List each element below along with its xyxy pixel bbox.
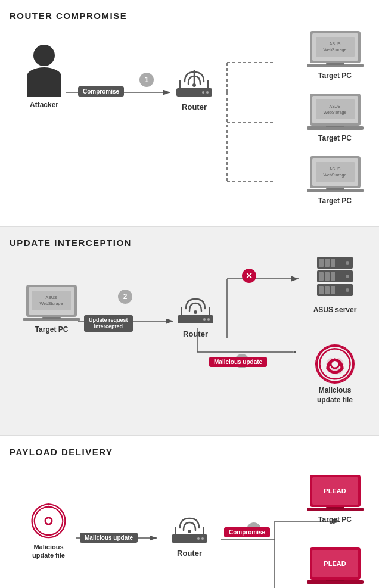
target-pc-label-1: Target PC [318, 71, 352, 80]
blocked-x-icon: ✕ [242, 269, 256, 283]
svg-text:WebStorage: WebStorage [323, 173, 346, 178]
attacker-head [33, 45, 55, 66]
section-router-compromise: ROUTER COMPROMISE Attacker 1 Compro [0, 0, 379, 226]
svg-point-47 [203, 318, 206, 321]
svg-rect-53 [319, 259, 324, 267]
router-icon-svg [170, 67, 218, 100]
svg-point-48 [207, 318, 210, 321]
server-icon-svg [314, 257, 356, 304]
plead-pc-1: PLEAD Target PC [305, 474, 365, 524]
svg-rect-63 [319, 286, 324, 294]
svg-point-43 [194, 310, 197, 314]
svg-rect-5 [207, 80, 209, 89]
svg-rect-26 [326, 126, 344, 127]
svg-text:PLEAD: PLEAD [324, 560, 346, 567]
svg-rect-46 [209, 307, 210, 316]
section-payload-delivery: PAYLOAD DELIVERY Maliciousupdate file [0, 436, 379, 588]
router-figure-s3: Router [160, 514, 219, 558]
svg-point-56 [346, 261, 349, 265]
svg-rect-15 [316, 37, 355, 57]
svg-point-7 [206, 91, 209, 94]
plead-pc-2: PLEAD Target PC [305, 546, 365, 588]
plead-laptop-1: PLEAD [307, 474, 364, 514]
svg-rect-33 [326, 188, 344, 190]
router-label-1: Router [182, 102, 207, 111]
svg-rect-64 [325, 286, 330, 294]
svg-rect-60 [331, 272, 335, 281]
svg-rect-95 [326, 507, 344, 509]
svg-point-6 [202, 91, 204, 94]
svg-text:ASUS: ASUS [329, 42, 340, 46]
svg-point-81 [197, 537, 200, 540]
diagram-router-compromise: Attacker 1 Compromise [10, 27, 369, 211]
target-pc-3: ASUS WebStorage Target PC [305, 155, 365, 205]
target-pc-1: ASUS WebStorage Target PC [305, 30, 365, 80]
laptop-icon-3: ASUS WebStorage [307, 155, 364, 195]
biohazard-svg-s2 [314, 343, 356, 385]
section-update-interception: UPDATE INTERCEPTION ASUS WebStorage Targ… [0, 227, 379, 435]
plead-laptop-2: PLEAD [307, 546, 364, 587]
svg-rect-40 [42, 317, 61, 319]
laptop-icon-2: ASUS WebStorage [307, 92, 364, 133]
router-figure: Router [164, 67, 224, 111]
svg-text:WebStorage: WebStorage [323, 110, 346, 115]
svg-rect-36 [32, 291, 71, 310]
router-label-s3: Router [177, 549, 202, 558]
svg-point-77 [188, 530, 191, 533]
svg-point-61 [346, 275, 349, 278]
compromise-label-s3: Compromise [224, 527, 270, 537]
step-1-bubble: 1 [139, 73, 154, 87]
step-2-bubble: 2 [118, 290, 132, 304]
biohazard-svg-s3 [29, 502, 68, 540]
svg-rect-59 [325, 272, 330, 281]
svg-rect-54 [325, 259, 330, 267]
svg-rect-100 [326, 580, 344, 581]
target-pc-left-s2: ASUS WebStorage Target PC [20, 284, 83, 334]
section-title-3: PAYLOAD DELIVERY [10, 447, 369, 457]
laptop-icon-s2-left: ASUS WebStorage [23, 284, 80, 324]
svg-rect-4 [179, 80, 181, 89]
laptop-icon-1: ASUS WebStorage [307, 30, 364, 70]
attacker-figure: Attacker [20, 45, 68, 109]
diagram-payload-delivery: Maliciousupdate file Malicious update [10, 463, 369, 588]
svg-text:WebStorage: WebStorage [323, 48, 346, 52]
update-request-label: Update requestintercepted [84, 315, 133, 332]
router-icon-svg-s3 [166, 514, 213, 546]
target-pc-label-3: Target PC [318, 197, 352, 205]
attacker-label: Attacker [30, 101, 58, 109]
malicious-update-label-s3: Malicious update [80, 533, 138, 543]
svg-text:WebStorage: WebStorage [40, 301, 63, 306]
svg-rect-58 [319, 272, 324, 281]
target-pc-label-2: Target PC [318, 134, 352, 142]
svg-text:ASUS: ASUS [329, 104, 340, 108]
target-pc-2: ASUS WebStorage Target PC [305, 92, 365, 142]
section-title-1: ROUTER COMPROMISE [10, 11, 369, 21]
diagram-update-interception: ASUS WebStorage Target PC 2 Update reque… [10, 254, 369, 421]
svg-rect-65 [331, 286, 335, 294]
svg-point-66 [346, 288, 349, 292]
svg-rect-19 [326, 63, 344, 65]
svg-text:PLEAD: PLEAD [324, 487, 346, 494]
attacker-body [27, 45, 61, 97]
malicious-update-label-s2: Malicious update [209, 357, 267, 367]
biohazard-icon-s3: Maliciousupdate file [20, 502, 77, 560]
attacker-torso [27, 67, 61, 97]
target-pc-label-s2: Target PC [35, 325, 69, 334]
svg-text:ASUS: ASUS [45, 295, 57, 300]
section-title-2: UPDATE INTERCEPTION [10, 238, 369, 248]
svg-rect-80 [203, 527, 204, 535]
svg-point-72 [332, 361, 338, 367]
target-pc-label-s3-1: Target PC [318, 515, 352, 524]
asus-server: ASUS server [305, 257, 365, 314]
svg-rect-45 [181, 307, 182, 316]
svg-rect-55 [331, 259, 335, 267]
compromise-label: Compromise [78, 86, 124, 97]
router-icon-svg-s2 [172, 294, 219, 327]
svg-rect-29 [316, 162, 355, 182]
malicious-update-file-label-s2: Maliciousupdate file [317, 386, 353, 405]
biohazard-label-s3: Maliciousupdate file [32, 543, 65, 560]
svg-rect-22 [316, 99, 355, 119]
svg-point-74 [46, 519, 51, 523]
biohazard-icon-s2: Maliciousupdate file [305, 343, 365, 405]
svg-point-2 [192, 83, 196, 87]
